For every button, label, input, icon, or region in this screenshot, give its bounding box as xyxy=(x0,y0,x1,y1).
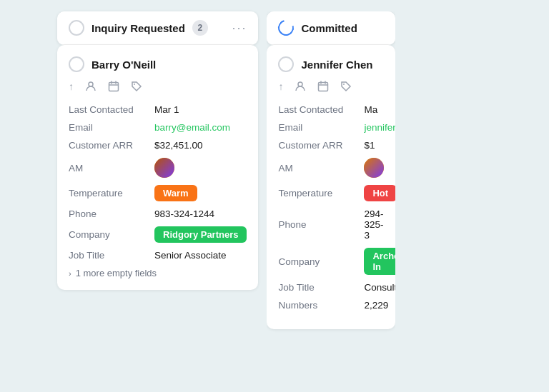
last-contacted-value-j: Ma xyxy=(364,104,377,115)
phone-value: 983-324-1244 xyxy=(154,208,214,219)
jobtitle-label-j: Job Title xyxy=(278,282,364,293)
temperature-badge-j: Hot xyxy=(364,185,395,201)
phone-value-j: 294-325-3 xyxy=(364,208,384,241)
svg-point-5 xyxy=(343,84,345,85)
contact-name: Barry O'Neill xyxy=(92,59,156,71)
card-actions: ↑ xyxy=(69,81,247,94)
company-row: Company Ridgory Partners xyxy=(69,226,247,243)
svg-point-0 xyxy=(89,82,93,86)
card-select-circle[interactable] xyxy=(69,56,84,72)
card-select-circle-jennifer[interactable] xyxy=(278,56,294,72)
svg-rect-4 xyxy=(319,83,328,91)
arr-label: Customer ARR xyxy=(69,140,154,151)
jobtitle-value-j: Consultin xyxy=(364,282,395,293)
email-row: Email barry@email.com xyxy=(69,122,247,133)
column-inquiry-requested: Inquiry Requested 2 ··· Barry O'Neill ↑ xyxy=(57,11,258,381)
jobtitle-value: Senior Associate xyxy=(154,250,227,261)
more-fields-toggle[interactable]: › 1 more empty fields xyxy=(69,268,247,278)
card-jennifer-chen: Jennifer Chen ↑ xyxy=(267,45,395,329)
last-contacted-label-j: Last Contacted xyxy=(278,104,364,115)
last-contacted-label: Last Contacted xyxy=(69,104,154,115)
temperature-row: Temperature Warm xyxy=(69,185,247,201)
column-title-committed: Committed xyxy=(301,22,357,34)
phone-label: Phone xyxy=(69,208,154,219)
numbers-row-j: Numbers 2,229 xyxy=(278,300,384,311)
last-contacted-value: Mar 1 xyxy=(154,104,179,115)
calendar-icon[interactable] xyxy=(108,81,119,94)
arr-value-j: $1 xyxy=(364,140,375,151)
jobtitle-label: Job Title xyxy=(69,250,154,261)
email-label-j: Email xyxy=(278,122,364,133)
more-fields-label: 1 more empty fields xyxy=(76,268,157,278)
column-menu-inquiry[interactable]: ··· xyxy=(232,21,247,36)
numbers-label-j: Numbers xyxy=(278,300,364,311)
company-label-j: Company xyxy=(278,256,364,267)
temperature-label: Temperature xyxy=(69,188,154,198)
person-icon[interactable] xyxy=(85,81,97,94)
temperature-row-j: Temperature Hot xyxy=(278,185,384,201)
svg-point-2 xyxy=(134,84,135,85)
card-header-jennifer: Jennifer Chen xyxy=(278,56,384,72)
am-label-j: AM xyxy=(278,163,364,174)
email-value-j[interactable]: jennifer@em xyxy=(364,122,395,133)
phone-row: Phone 983-324-1244 xyxy=(69,208,247,219)
card-header: Barry O'Neill xyxy=(69,56,247,72)
am-row-j: AM xyxy=(278,158,384,178)
up-arrow-icon-j[interactable]: ↑ xyxy=(278,81,283,94)
email-label: Email xyxy=(69,122,154,133)
company-badge: Ridgory Partners xyxy=(154,226,247,243)
arr-row-j: Customer ARR $1 xyxy=(278,140,384,151)
svg-rect-1 xyxy=(109,83,119,91)
temperature-badge: Warm xyxy=(154,185,197,201)
arr-label-j: Customer ARR xyxy=(278,140,364,151)
calendar-icon-j[interactable] xyxy=(317,81,329,94)
company-row-j: Company Archer In xyxy=(278,248,384,275)
card-barry-oneill: Barry O'Neill ↑ xyxy=(57,45,258,290)
email-row-j: Email jennifer@em xyxy=(278,122,384,133)
am-avatar-j xyxy=(364,158,384,178)
card-actions-jennifer: ↑ xyxy=(278,81,384,94)
arr-value: $32,451.00 xyxy=(154,140,203,151)
am-row: AM xyxy=(69,158,247,178)
tag-icon-j[interactable] xyxy=(340,81,352,94)
committed-icon xyxy=(275,17,297,39)
inquiry-icon xyxy=(69,20,84,36)
last-contacted-row-j: Last Contacted Ma xyxy=(278,104,384,115)
phone-label-j: Phone xyxy=(278,219,364,230)
am-label: AM xyxy=(69,163,154,174)
chevron-right-icon: › xyxy=(69,269,71,278)
column-committed: Committed Jennifer Chen ↑ xyxy=(267,11,395,381)
numbers-value-j: 2,229 xyxy=(364,300,388,311)
company-badge-j: Archer In xyxy=(364,248,395,275)
jobtitle-row-j: Job Title Consultin xyxy=(278,282,384,293)
company-label: Company xyxy=(69,229,154,240)
jobtitle-row: Job Title Senior Associate xyxy=(69,250,247,261)
column-header-inquiry: Inquiry Requested 2 ··· xyxy=(57,11,258,45)
up-arrow-icon[interactable]: ↑ xyxy=(69,81,74,94)
am-avatar xyxy=(154,158,174,178)
column-badge-inquiry: 2 xyxy=(192,20,208,36)
email-value[interactable]: barry@email.com xyxy=(154,122,230,133)
column-title-inquiry: Inquiry Requested xyxy=(92,22,185,34)
svg-point-3 xyxy=(298,82,302,86)
arr-row: Customer ARR $32,451.00 xyxy=(69,140,247,151)
contact-name-jennifer: Jennifer Chen xyxy=(301,59,372,71)
last-contacted-row: Last Contacted Mar 1 xyxy=(69,104,247,115)
kanban-board: Inquiry Requested 2 ··· Barry O'Neill ↑ xyxy=(0,0,549,392)
column-header-committed: Committed xyxy=(267,11,395,45)
phone-row-j: Phone 294-325-3 xyxy=(278,208,384,241)
person-icon-j[interactable] xyxy=(295,81,306,94)
temperature-label-j: Temperature xyxy=(278,188,364,198)
tag-icon[interactable] xyxy=(131,81,142,94)
